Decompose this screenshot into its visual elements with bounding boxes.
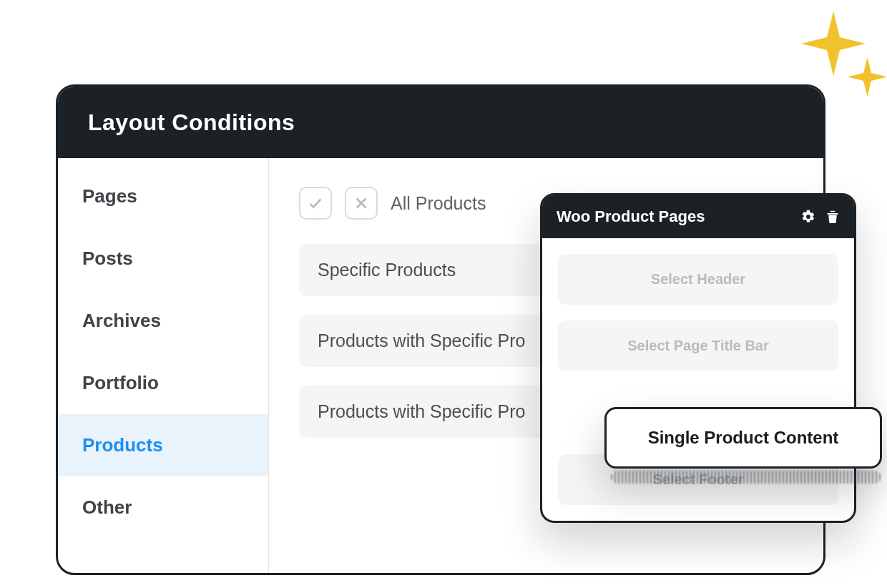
check-icon xyxy=(308,195,323,211)
sidebar-item-pages[interactable]: Pages xyxy=(58,165,268,227)
close-icon xyxy=(353,195,369,211)
settings-button[interactable] xyxy=(801,210,815,224)
sparkle-icon xyxy=(848,57,887,97)
card-header: Woo Product Pages xyxy=(542,195,854,238)
sidebar-item-other[interactable]: Other xyxy=(58,476,268,539)
card-title: Woo Product Pages xyxy=(557,207,705,226)
sidebar: Pages Posts Archives Portfolio Products … xyxy=(58,158,269,573)
callout-shadow xyxy=(611,471,881,484)
sidebar-item-portfolio[interactable]: Portfolio xyxy=(58,352,268,414)
panel-title: Layout Conditions xyxy=(88,109,295,136)
panel-header: Layout Conditions xyxy=(58,87,823,158)
delete-button[interactable] xyxy=(825,210,840,224)
accept-button[interactable] xyxy=(299,187,332,220)
sidebar-item-posts[interactable]: Posts xyxy=(58,227,268,290)
slot-header[interactable]: Select Header xyxy=(558,254,838,305)
single-product-content-callout[interactable]: Single Product Content xyxy=(604,407,882,469)
trash-icon xyxy=(825,210,840,224)
reject-button[interactable] xyxy=(345,187,378,220)
sidebar-item-archives[interactable]: Archives xyxy=(58,290,268,352)
gear-icon xyxy=(801,210,815,224)
sidebar-item-products[interactable]: Products xyxy=(58,414,268,476)
all-products-label: All Products xyxy=(391,193,486,214)
slot-page-title-bar[interactable]: Select Page Title Bar xyxy=(558,320,838,371)
